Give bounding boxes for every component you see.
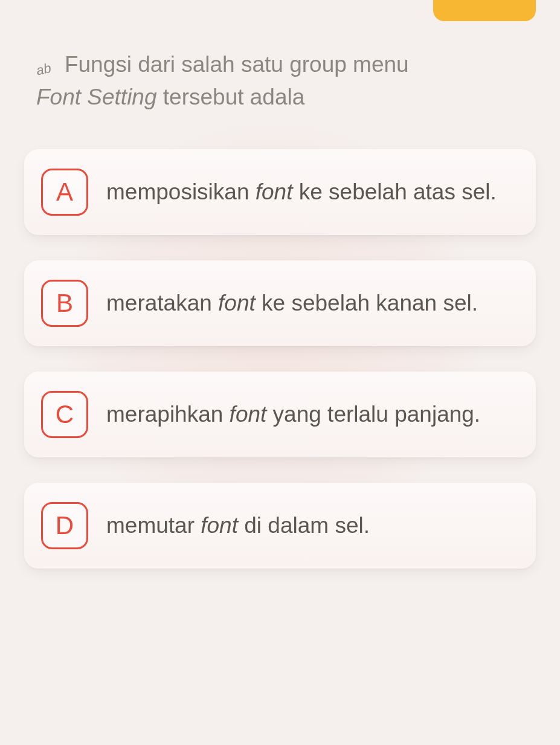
option-a-italic: font xyxy=(256,179,293,204)
question-block: ab Fungsi dari salah satu group menu Fon… xyxy=(24,48,536,113)
option-d[interactable]: D memutar font di dalam sel. xyxy=(24,483,536,569)
option-letter-b: B xyxy=(41,280,88,327)
option-b-post: ke sebelah kanan sel. xyxy=(256,291,478,315)
option-a[interactable]: A memposisikan font ke sebelah atas sel. xyxy=(24,149,536,235)
option-b[interactable]: B meratakan font ke sebelah kanan sel. xyxy=(24,260,536,346)
question-text: Fungsi dari salah satu group menu Font S… xyxy=(36,52,409,109)
option-c-italic: font xyxy=(230,402,267,427)
option-text-a: memposisikan font ke sebelah atas sel. xyxy=(106,177,497,207)
option-letter-d: D xyxy=(41,502,88,549)
option-c[interactable]: C merapihkan font yang terlalu panjang. xyxy=(24,372,536,457)
option-b-italic: font xyxy=(218,291,256,315)
option-a-pre: memposisikan xyxy=(106,179,256,204)
orientation-icon: ab xyxy=(35,60,53,79)
option-b-pre: meratakan xyxy=(106,291,218,315)
option-a-post: ke sebelah atas sel. xyxy=(292,179,496,204)
option-text-d: memutar font di dalam sel. xyxy=(106,511,370,541)
option-text-c: merapihkan font yang terlalu panjang. xyxy=(106,399,480,430)
option-letter-a: A xyxy=(41,169,88,216)
top-action-button[interactable] xyxy=(433,0,536,21)
option-c-pre: merapihkan xyxy=(106,402,230,427)
options-list: A memposisikan font ke sebelah atas sel.… xyxy=(24,149,536,569)
question-italic-part: Font Setting xyxy=(36,85,157,109)
option-d-post: di dalam sel. xyxy=(238,513,370,538)
option-c-post: yang terlalu panjang. xyxy=(266,402,480,427)
option-d-italic: font xyxy=(201,513,238,538)
question-line1: Fungsi dari salah satu group menu xyxy=(65,52,409,77)
option-d-pre: memutar xyxy=(106,513,201,538)
question-line2-rest: tersebut adala xyxy=(157,85,305,109)
option-letter-c: C xyxy=(41,391,88,438)
option-text-b: meratakan font ke sebelah kanan sel. xyxy=(106,288,478,318)
